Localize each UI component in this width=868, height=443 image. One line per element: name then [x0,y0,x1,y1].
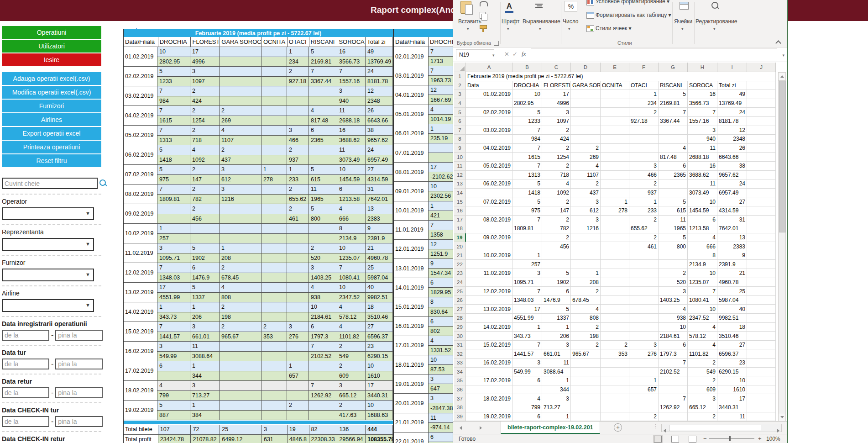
row-header-25[interactable]: 25 [454,287,466,296]
cell-I4[interactable]: 13769.49 [717,99,747,108]
cell-B39[interactable]: 6 [512,412,542,422]
cell-H21[interactable]: 8 [688,251,717,260]
cell-B18[interactable]: 1809.81 [512,224,542,233]
cell-D7[interactable] [571,126,601,135]
cell-H12[interactable]: 3688.62 [688,171,717,180]
cell-H22[interactable]: 2134.9 [688,260,717,269]
cell-F7[interactable] [629,126,659,135]
scroll-up-icon[interactable] [779,73,785,81]
cell-E16[interactable]: 278 [601,206,629,216]
row-header-13[interactable]: 13 [454,179,466,189]
cell-B14[interactable]: 1418 [512,189,542,198]
cell-B10[interactable]: 1615 [512,153,542,162]
cell-F39[interactable]: 2 [629,412,659,422]
row-header-31[interactable]: 31 [454,341,466,350]
cell-H19[interactable]: 4 [688,233,717,243]
cell-I35[interactable]: 10 [717,376,747,385]
cell-A32[interactable] [466,349,512,359]
cell-I24[interactable]: 4960.78 [717,278,747,287]
cell-E31[interactable]: 2 [601,341,629,350]
cell-E38[interactable] [601,403,629,412]
cell-E19[interactable] [601,233,629,243]
cell-H28[interactable]: 2347.52 [688,314,717,323]
sidebar-button-airlines[interactable]: Airlines [2,113,101,126]
cell-D31[interactable]: 2 [571,341,601,350]
cell-G2[interactable]: RISCANI [659,81,688,90]
row-header-5[interactable]: 5 [454,108,466,117]
cell-C6[interactable]: 1097 [542,117,571,126]
cell-E7[interactable] [601,126,629,135]
cell-I3[interactable]: 49 [717,90,747,99]
cell-C4[interactable]: 4996 [542,99,571,108]
cell-B27[interactable]: 17 [512,305,542,314]
row-header-2[interactable]: 2 [454,81,466,90]
cell-G34[interactable]: 2102.52 [659,368,688,377]
row-header-16[interactable]: 16 [454,206,466,216]
cell-H3[interactable]: 16 [688,90,717,99]
cell-A15[interactable]: 07.02.2019 [466,197,512,206]
cell-C8[interactable]: 424 [542,135,571,144]
cell-G24[interactable]: 520 [659,278,688,287]
cell-C18[interactable]: 782 [542,224,571,233]
row-header-36[interactable]: 36 [454,385,466,395]
cell-H35[interactable]: 2 [688,376,717,385]
cell-F31[interactable]: 3 [629,341,659,350]
cell-D22[interactable] [571,260,601,269]
cell-C3[interactable]: 17 [542,90,571,99]
cell-D24[interactable]: 208 [571,278,601,287]
cell-B5[interactable]: 5 [512,108,542,117]
normal-view-icon[interactable] [654,436,662,443]
cell-C5[interactable]: 3 [542,108,571,117]
cell-H38[interactable]: 665.12 [688,403,717,412]
cell-F20[interactable]: 461 [629,242,659,251]
cell-A6[interactable] [466,117,512,126]
cell-E25[interactable] [601,287,629,296]
cell-D11[interactable]: 4 [571,162,601,171]
cell-J29[interactable] [747,323,776,332]
cell-G38[interactable]: 1262.92 [659,403,688,412]
cell-I10[interactable]: 6643.66 [717,153,747,162]
paste-dropdown-caret[interactable]: ▾ [467,26,469,31]
cell-D30[interactable]: 198 [571,332,601,341]
cell-E4[interactable] [601,99,629,108]
row-header-29[interactable]: 29 [454,323,466,332]
cell-F6[interactable]: 927.18 [629,117,659,126]
cell-B16[interactable]: 975 [512,206,542,216]
cell-C31[interactable]: 3 [542,341,571,350]
cell-F34[interactable] [629,368,659,377]
row-header-7[interactable]: 7 [454,126,466,135]
formula-input[interactable] [531,48,777,60]
cell-J20[interactable] [747,242,776,251]
cell-D15[interactable]: 3 [571,197,601,206]
prev-sheet-icon[interactable] [460,426,462,431]
cell-H26[interactable]: 1080.41 [688,296,717,305]
cell-E34[interactable] [601,368,629,377]
search-icon[interactable] [99,179,108,188]
cell-F10[interactable] [629,153,659,162]
cell-G15[interactable]: 5 [659,197,688,206]
cell-A23[interactable]: 11.02.2019 [466,269,512,278]
cell-J17[interactable] [747,216,776,225]
cell-H6[interactable]: 1557.16 [688,117,717,126]
cell-C14[interactable]: 1092 [542,189,571,198]
cell-I9[interactable]: 26 [717,144,747,153]
cell-I23[interactable]: 21 [717,269,747,278]
cell-B22[interactable]: 257 [512,260,542,269]
sidebar-button-reset-filtru[interactable]: Reset filtru [2,154,101,167]
cell-G8[interactable] [659,135,688,144]
cell-A26[interactable] [466,296,512,305]
row-header-14[interactable]: 14 [454,189,466,198]
cell-I16[interactable]: 4314.59 [717,206,747,216]
cell-A13[interactable]: 06.02.2019 [466,179,512,189]
cell-I14[interactable]: 6957.49 [717,189,747,198]
cell-B32[interactable]: 1441.57 [512,349,542,359]
row-header-27[interactable]: 27 [454,305,466,314]
cell-E37[interactable] [601,394,629,403]
cell-D3[interactable] [571,90,601,99]
date-to-input[interactable] [55,416,103,427]
cell-D9[interactable]: 2 [571,144,601,153]
cell-I2[interactable]: Total zi [717,81,747,90]
cell-I32[interactable]: 6596.37 [717,349,747,359]
cell-H34[interactable]: 549 [688,368,717,377]
cell-J35[interactable] [747,376,776,385]
